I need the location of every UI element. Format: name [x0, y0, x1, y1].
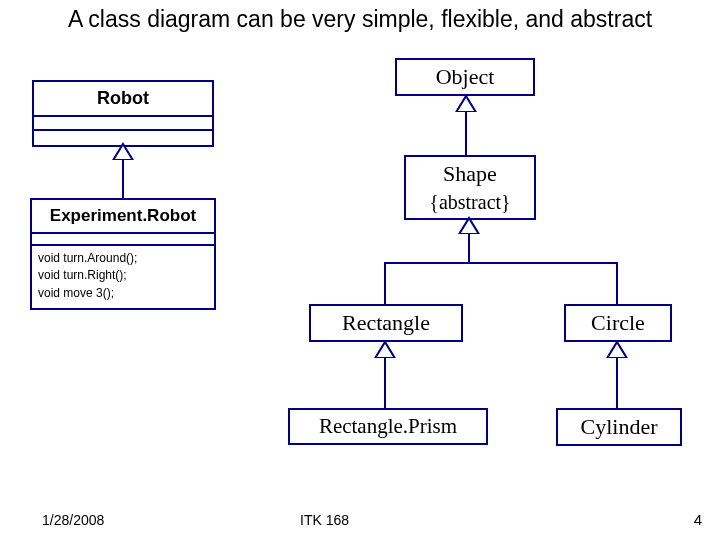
class-rectangle-name: Rectangle [311, 306, 461, 340]
inherit-arrow-icon [606, 340, 628, 358]
inherit-arrow-icon [112, 142, 134, 160]
class-rectangle-prism-name: Rectangle.Prism [290, 410, 486, 443]
connector-line [384, 358, 386, 408]
inherit-arrow-icon [455, 94, 477, 112]
connector-line [384, 262, 618, 264]
connector-line [616, 358, 618, 408]
connector-line [122, 160, 124, 198]
class-experiment-robot-ops: void turn.Around(); void turn.Right(); v… [32, 244, 214, 308]
connector-line [616, 262, 618, 304]
slide-title: A class diagram can be very simple, flex… [0, 6, 720, 34]
class-robot-attrs [34, 115, 212, 129]
class-circle-name: Circle [566, 306, 670, 340]
footer-date: 1/28/2008 [42, 512, 104, 528]
inherit-arrow-icon [458, 216, 480, 234]
class-robot-name: Robot [34, 82, 212, 115]
class-cylinder-name: Cylinder [558, 410, 680, 444]
class-experiment-robot: Experiment.Robot void turn.Around(); voi… [30, 198, 216, 310]
inherit-arrow-icon [374, 340, 396, 358]
connector-line [468, 234, 470, 262]
connector-line [384, 262, 386, 304]
class-object: Object [395, 58, 535, 96]
class-shape-constraint: {abstract} [406, 191, 534, 218]
class-shape: Shape {abstract} [404, 155, 536, 220]
class-rectangle-prism: Rectangle.Prism [288, 408, 488, 445]
class-experiment-robot-name: Experiment.Robot [32, 200, 214, 232]
class-object-name: Object [397, 60, 533, 94]
footer-course: ITK 168 [300, 512, 349, 528]
connector-line [465, 112, 467, 155]
class-robot: Robot [32, 80, 214, 147]
class-cylinder: Cylinder [556, 408, 682, 446]
class-shape-name: Shape [406, 157, 534, 191]
class-experiment-robot-attrs [32, 232, 214, 244]
class-circle: Circle [564, 304, 672, 342]
class-rectangle: Rectangle [309, 304, 463, 342]
footer-page-number: 4 [694, 511, 702, 528]
